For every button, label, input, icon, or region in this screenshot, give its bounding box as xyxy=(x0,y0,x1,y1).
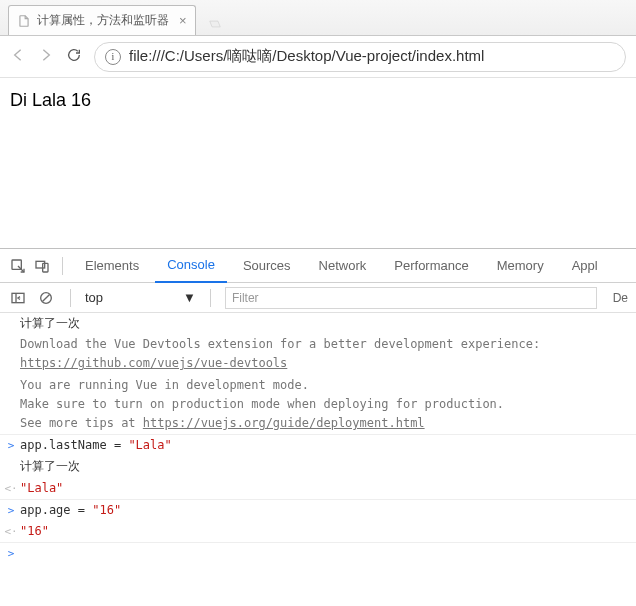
gutter-icon xyxy=(2,314,20,333)
tab-performance[interactable]: Performance xyxy=(382,249,480,283)
new-tab-button[interactable] xyxy=(202,13,228,35)
context-label: top xyxy=(85,290,103,305)
console-row-log: 计算了一次 xyxy=(0,313,636,334)
page-viewport: Di Lala 16 xyxy=(0,78,636,248)
tab-network[interactable]: Network xyxy=(307,249,379,283)
gutter-icon: <· xyxy=(2,479,20,498)
console-text: You are running Vue in development mode.… xyxy=(20,376,632,434)
console-row-out: <·"Lala" xyxy=(0,478,636,500)
gutter-icon: > xyxy=(2,501,20,520)
console-text: 计算了一次 xyxy=(20,457,632,476)
gutter-icon xyxy=(2,457,20,476)
console-row-blank: > xyxy=(0,543,636,564)
svg-line-6 xyxy=(43,294,50,301)
devtools-panel: Elements Console Sources Network Perform… xyxy=(0,248,636,564)
divider xyxy=(210,289,211,307)
gutter-icon: > xyxy=(2,436,20,455)
page-content: Di Lala 16 xyxy=(10,90,626,111)
omnibox[interactable]: i file:///C:/Users/嘀哒嘀/Desktop/Vue-proje… xyxy=(94,42,626,72)
console-text: Download the Vue Devtools extension for … xyxy=(20,335,632,373)
devtools-tabbar: Elements Console Sources Network Perform… xyxy=(0,249,636,283)
context-dropdown[interactable]: top ▼ xyxy=(85,290,196,305)
browser-tab-strip: 计算属性，方法和监听器 × xyxy=(0,0,636,36)
file-icon xyxy=(17,14,31,28)
browser-tab[interactable]: 计算属性，方法和监听器 × xyxy=(8,5,196,35)
tab-sources[interactable]: Sources xyxy=(231,249,303,283)
clear-console-icon[interactable] xyxy=(36,288,56,308)
url-text: file:///C:/Users/嘀哒嘀/Desktop/Vue-project… xyxy=(129,47,484,66)
console-text: app.lastName = "Lala" xyxy=(20,436,632,455)
console-toolbar: top ▼ Filter De xyxy=(0,283,636,313)
filter-placeholder: Filter xyxy=(232,291,259,305)
divider xyxy=(62,257,63,275)
reload-button[interactable] xyxy=(66,47,82,66)
filter-input[interactable]: Filter xyxy=(225,287,597,309)
info-icon[interactable]: i xyxy=(105,49,121,65)
console-text: "16" xyxy=(20,522,632,541)
tab-title: 计算属性，方法和监听器 xyxy=(37,12,169,29)
close-icon[interactable]: × xyxy=(179,13,187,28)
console-row-info: You are running Vue in development mode.… xyxy=(0,375,636,436)
console-output[interactable]: 计算了一次Download the Vue Devtools extension… xyxy=(0,313,636,564)
gutter-icon: > xyxy=(2,544,20,563)
console-text: 计算了一次 xyxy=(20,314,632,333)
console-row-out: <·"16" xyxy=(0,521,636,543)
inspect-icon[interactable] xyxy=(8,256,28,276)
console-row-in: >app.age = "16" xyxy=(0,500,636,521)
gutter-icon xyxy=(2,376,20,434)
console-row-info: Download the Vue Devtools extension for … xyxy=(0,334,636,374)
gutter-icon xyxy=(2,335,20,373)
tab-application[interactable]: Appl xyxy=(560,249,610,283)
tab-console[interactable]: Console xyxy=(155,249,227,283)
address-bar: i file:///C:/Users/嘀哒嘀/Desktop/Vue-proje… xyxy=(0,36,636,78)
console-text: "Lala" xyxy=(20,479,632,498)
console-text: app.age = "16" xyxy=(20,501,632,520)
chevron-down-icon: ▼ xyxy=(183,290,196,305)
console-text xyxy=(20,544,632,563)
back-button[interactable] xyxy=(10,47,26,66)
svg-rect-1 xyxy=(36,261,45,268)
console-row-in: >app.lastName = "Lala" xyxy=(0,435,636,456)
gutter-icon: <· xyxy=(2,522,20,541)
sidebar-toggle-icon[interactable] xyxy=(8,288,28,308)
divider xyxy=(70,289,71,307)
default-levels-label[interactable]: De xyxy=(613,291,628,305)
tab-memory[interactable]: Memory xyxy=(485,249,556,283)
console-row-log: 计算了一次 xyxy=(0,456,636,477)
forward-button[interactable] xyxy=(38,47,54,66)
tab-elements[interactable]: Elements xyxy=(73,249,151,283)
device-toggle-icon[interactable] xyxy=(32,256,52,276)
